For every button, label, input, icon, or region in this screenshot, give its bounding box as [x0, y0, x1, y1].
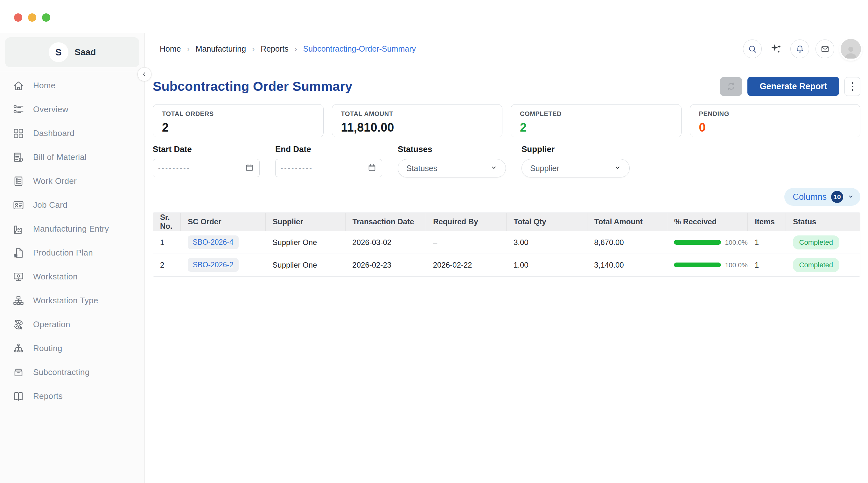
- progress-percent: 100.0%: [725, 261, 747, 269]
- job-card-icon: [12, 199, 25, 211]
- kebab-icon: [852, 82, 854, 91]
- sidebar-item-label: Reports: [33, 391, 63, 401]
- chevron-left-icon: [141, 71, 148, 78]
- sidebar-item-label: Home: [33, 81, 56, 90]
- card-label: PENDING: [699, 110, 851, 118]
- sidebar-item-work-order[interactable]: Work Order: [12, 173, 145, 189]
- ai-assistant-button[interactable]: [768, 39, 784, 58]
- sidebar-item-home[interactable]: Home: [12, 78, 145, 93]
- report-page: Subcontracting Order Summary Generate Re…: [145, 77, 868, 277]
- end-date-input[interactable]: [275, 159, 382, 177]
- sidebar-item-dashboard[interactable]: Dashboard: [12, 125, 145, 141]
- supplier-select[interactable]: Supplier: [522, 159, 630, 177]
- subcontracting-icon: [12, 366, 25, 379]
- card-label: TOTAL AMOUNT: [341, 110, 494, 118]
- supplier-filter: Supplier Supplier: [522, 144, 630, 177]
- avatar-icon: [842, 43, 859, 59]
- generate-report-button[interactable]: Generate Report: [747, 77, 839, 96]
- chevron-down-icon: [614, 164, 621, 172]
- cell-sr-no: 1: [153, 231, 181, 254]
- sidebar-item-workstation-type[interactable]: Workstation Type: [12, 293, 145, 308]
- breadcrumb-reports[interactable]: Reports: [260, 44, 288, 54]
- manufacturing-entry-icon: [12, 223, 25, 235]
- start-date-input[interactable]: [153, 159, 260, 177]
- close-window-button[interactable]: [14, 13, 22, 22]
- card-label: TOTAL ORDERS: [162, 110, 314, 118]
- header-percent-received: % Received: [667, 213, 747, 231]
- header-supplier: Supplier: [266, 213, 345, 231]
- main-content: Home › Manufacturing › Reports › Subcont…: [145, 33, 868, 483]
- sidebar-item-routing[interactable]: Routing: [12, 341, 145, 356]
- mail-icon: [820, 44, 830, 54]
- cell-supplier: Supplier One: [266, 231, 345, 254]
- table-controls: Columns 10: [153, 188, 860, 206]
- home-icon: [12, 79, 25, 92]
- cell-items: 1: [748, 254, 786, 276]
- sidebar-item-label: Manufacturing Entry: [33, 224, 109, 234]
- topbar-actions: [743, 39, 861, 59]
- profile-avatar[interactable]: [841, 39, 861, 59]
- messages-button[interactable]: [815, 39, 834, 58]
- header-sc-order: SC Order: [181, 213, 266, 231]
- card-label: COMPLETED: [520, 110, 672, 118]
- sidebar-item-label: Routing: [33, 343, 62, 353]
- header-sr-no: Sr. No.: [153, 213, 181, 231]
- sidebar-item-label: Work Order: [33, 176, 77, 186]
- production-plan-icon: [12, 247, 25, 259]
- columns-button[interactable]: Columns 10: [784, 188, 860, 206]
- select-value: Statuses: [406, 164, 437, 173]
- filter-label: Statuses: [398, 144, 506, 154]
- progress-bar: [674, 240, 721, 245]
- search-button[interactable]: [743, 39, 762, 58]
- sc-order-link[interactable]: SBO-2026-2: [188, 258, 239, 272]
- sidebar-collapse-button[interactable]: [137, 67, 151, 81]
- breadcrumb-separator: ›: [294, 45, 297, 54]
- card-value: 11,810.00: [341, 121, 494, 135]
- sidebar-item-operation[interactable]: Operation: [12, 317, 145, 332]
- sidebar-item-reports[interactable]: Reports: [12, 388, 145, 404]
- cell-items: 1: [748, 231, 786, 254]
- cell-sc-order: SBO-2026-4: [181, 231, 266, 254]
- sidebar-item-label: Workstation Type: [33, 296, 98, 306]
- sidebar-item-subcontracting[interactable]: Subcontracting: [12, 365, 145, 380]
- breadcrumb-home[interactable]: Home: [160, 44, 181, 54]
- more-options-button[interactable]: [844, 77, 860, 96]
- sidebar-item-bill-of-material[interactable]: Bill of Material: [12, 149, 145, 165]
- header-transaction-date: Transaction Date: [345, 213, 426, 231]
- cell-supplier: Supplier One: [266, 254, 345, 276]
- status-badge: Completed: [793, 235, 839, 250]
- progress-bar: [674, 262, 721, 267]
- cell-sc-order: SBO-2026-2: [181, 254, 266, 276]
- minimize-window-button[interactable]: [28, 13, 36, 22]
- filter-label: End Date: [275, 144, 382, 154]
- columns-label: Columns: [793, 192, 827, 202]
- window-controls: [14, 13, 50, 22]
- breadcrumb-separator: ›: [187, 45, 190, 54]
- summary-card-total-orders: TOTAL ORDERS 2: [153, 104, 323, 137]
- sidebar-item-manufacturing-entry[interactable]: Manufacturing Entry: [12, 221, 145, 237]
- cell-percent-received: 100.0%: [667, 254, 747, 276]
- breadcrumb-manufacturing[interactable]: Manufacturing: [196, 44, 246, 54]
- cell-sr-no: 2: [153, 254, 181, 276]
- end-date-field[interactable]: [281, 164, 357, 172]
- notifications-button[interactable]: [790, 39, 809, 58]
- sidebar-item-workstation[interactable]: Workstation: [12, 269, 145, 285]
- sidebar-item-production-plan[interactable]: Production Plan: [12, 245, 145, 261]
- start-date-field[interactable]: [158, 164, 235, 172]
- zoom-window-button[interactable]: [42, 13, 50, 22]
- sidebar-item-overview[interactable]: Overview: [12, 102, 145, 117]
- sidebar-item-label: Operation: [33, 319, 70, 330]
- breadcrumb-current-page[interactable]: Subcontracting-Order-Summary: [303, 44, 416, 54]
- sidebar-item-label: Bill of Material: [33, 152, 87, 162]
- routing-icon: [12, 342, 25, 355]
- sidebar-item-job-card[interactable]: Job Card: [12, 197, 145, 213]
- user-card[interactable]: S Saad: [5, 37, 140, 67]
- refresh-button[interactable]: [720, 77, 742, 96]
- page-header: Subcontracting Order Summary Generate Re…: [153, 77, 860, 96]
- sc-order-link[interactable]: SBO-2026-4: [188, 235, 239, 249]
- status-badge: Completed: [793, 258, 839, 272]
- statuses-select[interactable]: Statuses: [398, 159, 506, 177]
- cell-transaction-date: 2026-03-02: [345, 231, 426, 254]
- statuses-filter: Statuses Statuses: [398, 144, 506, 177]
- header-status: Status: [786, 213, 860, 231]
